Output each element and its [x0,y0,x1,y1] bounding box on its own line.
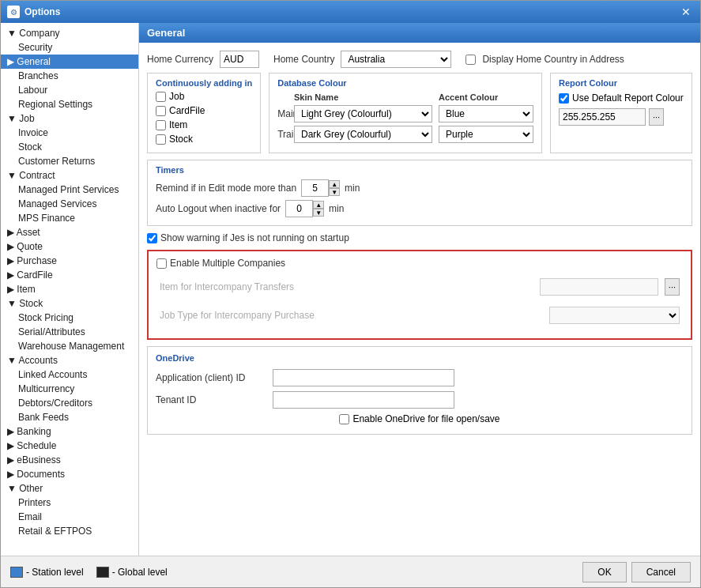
show-warning-checkbox[interactable] [147,233,157,243]
home-currency-input[interactable] [220,51,259,68]
global-level-legend: - Global level [96,567,168,578]
skin-name-header: Skin Name [294,92,432,102]
logout-label: Auto Logout when inactive for [156,203,281,214]
app-client-id-input[interactable] [273,369,454,386]
sidebar-item-warehouse-mgmt[interactable]: Warehouse Management [1,339,138,353]
home-currency-label: Home Currency [147,54,213,65]
job-type-dropdown[interactable] [549,307,680,324]
home-country-dropdown[interactable]: Australia [341,51,451,68]
sidebar-item-ebusiness[interactable]: ▶ eBusiness [1,453,138,467]
sidebar-item-branches[interactable]: Branches [1,69,138,83]
companies-panel-title-label: Enable Multiple Companies [170,258,285,269]
main-panel: General Home Currency Home Country Austr… [139,23,700,556]
sidebar-item-job[interactable]: ▼ Job [1,111,138,126]
tenant-id-row: Tenant ID [156,391,684,409]
logout-down-button[interactable]: ▼ [313,209,324,217]
sidebar-item-stock-pricing[interactable]: Stock Pricing [1,311,138,325]
accent-training-dropdown[interactable]: Purple Blue [439,126,533,143]
timers-title: Timers [156,165,684,175]
sidebar-item-banking[interactable]: ▶ Banking [1,424,138,439]
item-transfer-input[interactable] [540,278,658,296]
use-default-report-row: Use Default Report Colour [559,92,684,104]
sidebar-item-quote[interactable]: ▶ Quote [1,239,138,254]
remind-input[interactable] [301,179,329,197]
enable-onedrive-checkbox[interactable] [339,414,349,424]
panels-row: Continuously adding in Job CardFile Item [147,73,692,153]
sidebar-item-labour[interactable]: Labour [1,83,138,97]
sidebar-item-stock2[interactable]: ▼ Stock [1,296,138,311]
sidebar-item-security[interactable]: Security [1,40,138,55]
tenant-id-input[interactable] [273,391,454,409]
station-level-icon [10,567,23,578]
footer: - Station level - Global level OK Cancel [1,556,700,587]
ok-button[interactable]: OK [582,562,626,582]
adding-job-label: Job [169,91,184,102]
sidebar-item-company[interactable]: ▼ Company [1,26,138,40]
footer-buttons: OK Cancel [582,562,691,582]
sidebar-item-accounts[interactable]: ▼ Accounts [1,353,138,368]
home-country-label: Home Country [273,54,334,65]
item-transfer-row: Item for Intercompany Transfers ··· [156,275,683,299]
companies-title-row: Enable Multiple Companies [156,258,683,269]
sidebar-item-schedule[interactable]: ▶ Schedule [1,439,138,453]
sidebar-item-purchase[interactable]: ▶ Purchase [1,254,138,268]
sidebar-item-invoice[interactable]: Invoice [1,126,138,140]
remind-down-button[interactable]: ▼ [329,188,340,196]
home-currency-row: Home Currency Home Country Australia Dis… [147,51,692,68]
sidebar-item-email[interactable]: Email [1,510,138,524]
sidebar-item-linked-accounts[interactable]: Linked Accounts [1,368,138,382]
display-home-country-checkbox[interactable] [465,55,476,65]
logout-up-button[interactable]: ▲ [313,201,324,209]
main-content: Home Currency Home Country Australia Dis… [139,43,700,449]
adding-stock-row: Stock [156,134,252,145]
logout-row: Auto Logout when inactive for ▲ ▼ min [156,200,684,217]
sidebar-item-contract[interactable]: ▼ Contract [1,168,138,183]
sidebar-item-retail-eftpos[interactable]: Retail & EFTPOS [1,524,138,538]
use-default-report-label: Use Default Report Colour [572,92,684,104]
item-transfer-dots-button[interactable]: ··· [665,278,680,296]
onedrive-panel: OneDrive Application (client) ID Tenant … [147,346,692,435]
adding-cardfile-checkbox[interactable] [156,106,166,116]
enable-companies-checkbox[interactable] [156,258,167,269]
adding-item-checkbox[interactable] [156,120,166,130]
logout-spinner: ▲ ▼ [285,200,324,217]
adding-job-checkbox[interactable] [156,92,166,102]
section-title: General [139,23,700,43]
remind-up-button[interactable]: ▲ [329,180,340,188]
adding-panel: Continuously adding in Job CardFile Item [147,73,261,153]
accent-main-dropdown[interactable]: Blue Purple [439,105,533,122]
sidebar-item-documents[interactable]: ▶ Documents [1,467,138,481]
station-level-legend: - Station level [10,567,84,578]
logout-input[interactable] [285,200,313,217]
sidebar-item-managed-print[interactable]: Managed Print Services [1,183,138,197]
sidebar-item-serial-attributes[interactable]: Serial/Attributes [1,325,138,339]
companies-panel: Enable Multiple Companies Item for Inter… [147,250,692,340]
tenant-id-label: Tenant ID [156,394,266,405]
sidebar-item-item[interactable]: ▶ Item [1,282,138,296]
content-area: ▼ CompanySecurity▶ GeneralBranchesLabour… [1,23,700,556]
sidebar-item-mps-finance[interactable]: MPS Finance [1,211,138,225]
sidebar-item-other[interactable]: ▼ Other [1,481,138,496]
adding-stock-checkbox[interactable] [156,134,166,145]
sidebar-item-regional-settings[interactable]: Regional Settings [1,97,138,111]
sidebar-item-cardfile[interactable]: ▶ CardFile [1,268,138,282]
skin-training-dropdown[interactable]: Dark Grey (Colourful) Light Grey (Colour… [294,126,432,143]
sidebar-item-printers[interactable]: Printers [1,496,138,510]
report-colour-dots-button[interactable]: ··· [649,108,664,126]
adding-item-label: Item [169,119,187,130]
skin-main-dropdown[interactable]: Light Grey (Colourful) Dark Grey (Colour… [294,105,432,122]
sidebar-item-multicurrency[interactable]: Multicurrency [1,382,138,396]
sidebar-item-customer-returns[interactable]: Customer Returns [1,154,138,168]
use-default-report-checkbox[interactable] [559,93,569,104]
item-transfer-label: Item for Intercompany Transfers [160,281,533,292]
sidebar-item-debtors-creditors[interactable]: Debtors/Creditors [1,396,138,410]
report-colour-value[interactable] [559,108,646,126]
sidebar-item-bank-feeds[interactable]: Bank Feeds [1,410,138,424]
sidebar-item-asset[interactable]: ▶ Asset [1,225,138,239]
close-button[interactable]: ✕ [678,6,694,18]
sidebar-item-general[interactable]: ▶ General [1,55,138,69]
sidebar-item-managed-services[interactable]: Managed Services [1,197,138,211]
remind-label: Remind if in Edit mode more than [156,183,296,194]
sidebar-item-stock[interactable]: Stock [1,140,138,154]
cancel-button[interactable]: Cancel [631,562,691,582]
